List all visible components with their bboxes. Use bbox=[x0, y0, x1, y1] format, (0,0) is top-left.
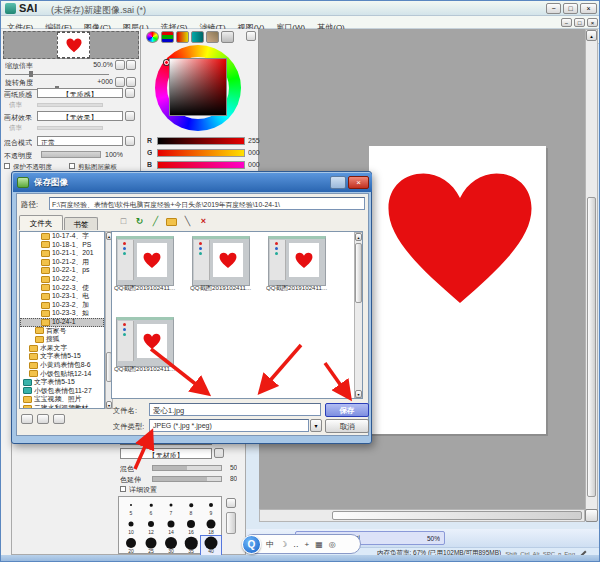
canvas[interactable] bbox=[369, 146, 546, 434]
tree-delete-button[interactable] bbox=[53, 414, 65, 424]
opacity-slider[interactable] bbox=[41, 151, 101, 158]
file-list-scrollbar[interactable]: ▴ ▾ bbox=[354, 232, 363, 398]
file-item[interactable]: QQ截图2019102411... bbox=[266, 234, 342, 306]
scratchpad-icon[interactable] bbox=[221, 31, 234, 43]
brush-size-option[interactable]: 14 bbox=[161, 517, 181, 536]
tree-item[interactable]: 文字表情5-15 bbox=[20, 378, 104, 387]
tree-item[interactable]: 水果文字 bbox=[20, 344, 104, 353]
tree-item[interactable]: 10-23-1、电 bbox=[20, 292, 104, 301]
tree-item[interactable]: 宝宝视频、照片 bbox=[20, 395, 104, 404]
navigator-rotate-cw-button[interactable] bbox=[126, 77, 136, 87]
tab-bookmarks[interactable]: 书签 bbox=[64, 217, 98, 230]
tree-item[interactable]: 10-22-2、 bbox=[20, 275, 104, 284]
color-wheel-icon[interactable] bbox=[146, 31, 159, 43]
cancel-button[interactable]: 取消 bbox=[325, 419, 369, 433]
protect-opacity-checkbox[interactable] bbox=[4, 163, 10, 169]
path-input[interactable]: F:\百度经验、表情包\软件电脑百度经验+今日头条\2019年百度经验\10-2… bbox=[49, 197, 365, 210]
navigator-zoom-slider[interactable] bbox=[5, 74, 109, 75]
horizontal-scroll-thumb[interactable] bbox=[332, 511, 582, 520]
mdi-minimize-button[interactable]: − bbox=[561, 18, 572, 27]
navigator-zoom-in-button[interactable] bbox=[126, 60, 136, 70]
tree-item[interactable]: 10-22-1、ps bbox=[20, 266, 104, 275]
brush-blend-slider[interactable] bbox=[152, 465, 222, 471]
file-item[interactable]: QQ截图2019102411... bbox=[114, 315, 190, 387]
brush-size-option[interactable]: 9 bbox=[201, 498, 221, 517]
tree-item[interactable]: 10-23-3、如 bbox=[20, 309, 104, 318]
tab-folders[interactable]: 文件夹 bbox=[19, 215, 63, 230]
tree-item[interactable]: 10-21-1、201 bbox=[20, 249, 104, 258]
effect-select[interactable]: 【无效果】 bbox=[37, 111, 123, 121]
green-slider[interactable] bbox=[157, 149, 245, 157]
tools-icon[interactable]: + bbox=[305, 540, 310, 549]
size-grid-scroll-thumb[interactable] bbox=[226, 512, 236, 534]
navigator-zoom-slider-handle[interactable] bbox=[29, 71, 33, 77]
brush-size-option[interactable]: 40 bbox=[201, 536, 221, 555]
size-grid-scroll-up-button[interactable] bbox=[226, 498, 236, 508]
color-panel-menu-button[interactable] bbox=[246, 31, 256, 41]
hsv-slider-icon[interactable] bbox=[176, 31, 189, 43]
file-scroll-up-button[interactable]: ▴ bbox=[355, 233, 362, 241]
filename-input[interactable]: 爱心1.jpg bbox=[149, 403, 321, 416]
tree-item[interactable]: 10-18-1、PS bbox=[20, 241, 104, 250]
brush-size-option[interactable]: 20 bbox=[121, 536, 141, 555]
tree-rename-button[interactable] bbox=[37, 414, 49, 424]
filetype-dropdown-button[interactable]: ▾ bbox=[310, 419, 322, 432]
advanced-settings-checkbox[interactable] bbox=[120, 486, 126, 492]
tree-item[interactable]: 小饭包表情包11-27 bbox=[20, 387, 104, 396]
pen-icon[interactable]: ╲ bbox=[181, 215, 194, 228]
dialog-title-bar[interactable]: 保存图像 × bbox=[13, 173, 372, 192]
scroll-up-button[interactable]: ▴ bbox=[586, 30, 597, 41]
more-icon[interactable]: ‥ bbox=[293, 540, 298, 549]
canvas-vertical-scrollbar[interactable]: ▴ bbox=[585, 29, 598, 510]
navigator-zoom-out-button[interactable] bbox=[115, 60, 125, 70]
tree-new-folder-button[interactable] bbox=[21, 414, 33, 424]
color-mixer-icon[interactable] bbox=[191, 31, 204, 43]
edit-icon[interactable]: ╱ bbox=[149, 215, 162, 228]
brush-size-option[interactable]: 6 bbox=[141, 498, 161, 517]
tree-item[interactable]: 文字表情5-15 bbox=[20, 352, 104, 361]
mdi-restore-button[interactable]: □ bbox=[574, 18, 585, 27]
brush-texture-button[interactable] bbox=[214, 448, 224, 458]
dialog-restore-button[interactable] bbox=[330, 176, 346, 189]
tree-item[interactable]: 10-17-4、字 bbox=[20, 232, 104, 241]
brush-size-option[interactable]: 10 bbox=[121, 517, 141, 536]
tree-item[interactable]: 二建水利视频教材 bbox=[20, 404, 104, 409]
clipping-mask-checkbox[interactable] bbox=[69, 163, 75, 169]
tree-item[interactable]: 搜狐 bbox=[20, 335, 104, 344]
canvas-horizontal-scrollbar[interactable] bbox=[259, 509, 585, 522]
file-scroll-thumb[interactable] bbox=[355, 243, 362, 303]
blend-mode-button[interactable] bbox=[125, 136, 135, 146]
ime-toolbar[interactable]: Q 中☽‥+▦◎ bbox=[243, 534, 361, 554]
tree-item[interactable]: 小黄鸡表情包8-6 bbox=[20, 361, 104, 370]
mdi-close-button[interactable]: × bbox=[587, 18, 598, 27]
vertical-scroll-thumb[interactable] bbox=[587, 197, 596, 497]
brush-dilution-slider[interactable] bbox=[152, 476, 222, 482]
blend-mode-select[interactable]: 正常 bbox=[37, 136, 123, 146]
brush-size-option[interactable]: 30 bbox=[161, 536, 181, 555]
filetype-select[interactable]: JPEG (*.jpg *.jpeg) bbox=[149, 419, 309, 432]
tree-scroll-down-button[interactable]: ▾ bbox=[106, 401, 112, 409]
settings-icon[interactable]: ◎ bbox=[329, 540, 336, 549]
keyboard-icon[interactable]: ▦ bbox=[315, 540, 323, 549]
tree-item[interactable]: 10-22-3、使 bbox=[20, 284, 104, 293]
delete-icon[interactable]: × bbox=[197, 215, 210, 228]
maximize-button[interactable]: □ bbox=[563, 3, 578, 14]
paper-texture-select[interactable]: 【无质感】 bbox=[37, 88, 123, 98]
brush-texture-select[interactable]: 【无材质】 bbox=[120, 448, 212, 459]
brush-size-option[interactable]: 16 bbox=[181, 517, 201, 536]
rename-icon[interactable]: □ bbox=[117, 215, 130, 228]
navigator-preview[interactable] bbox=[3, 31, 139, 59]
dialog-close-button[interactable]: × bbox=[348, 176, 369, 189]
rgb-slider-icon[interactable] bbox=[161, 31, 174, 43]
save-button[interactable]: 保存 bbox=[325, 403, 369, 417]
title-bar[interactable]: SAI (未保存)新建图像.sai (*) − □ × bbox=[1, 1, 600, 16]
brush-size-option[interactable]: 8 bbox=[181, 498, 201, 517]
brush-size-option[interactable]: 7 bbox=[161, 498, 181, 517]
saturation-value-square[interactable] bbox=[169, 58, 227, 116]
red-slider[interactable] bbox=[157, 137, 245, 145]
brush-size-option[interactable]: 12 bbox=[141, 517, 161, 536]
ime-mode-chinese[interactable]: 中 bbox=[266, 539, 274, 550]
file-scroll-down-button[interactable]: ▾ bbox=[355, 390, 362, 398]
file-item[interactable]: QQ截图2019102411... bbox=[114, 234, 190, 306]
tree-item[interactable]: 10-24-1 bbox=[20, 318, 104, 327]
